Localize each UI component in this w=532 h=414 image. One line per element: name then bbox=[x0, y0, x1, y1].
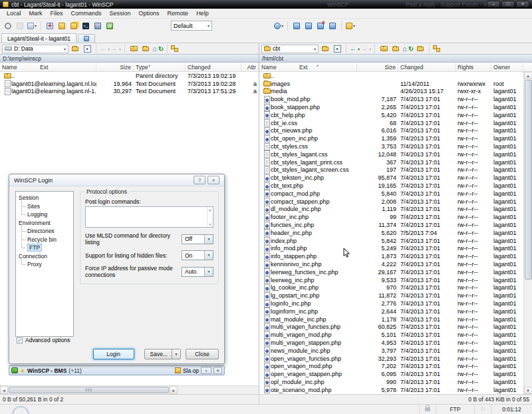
file-row[interactable]: functies_inc.php 11,374 7/4/2013 17:01 r… bbox=[259, 221, 523, 229]
menu-item[interactable]: Help bbox=[192, 10, 213, 17]
file-row[interactable]: loginform_inc.php 2,644 7/4/2013 17:01 r… bbox=[259, 308, 523, 315]
back-icon[interactable]: ← bbox=[350, 45, 356, 52]
option-dropdown[interactable]: On ▼ bbox=[182, 250, 213, 260]
exchange-icon[interactable]: ⇄ bbox=[104, 21, 115, 31]
tree-item[interactable]: Sites bbox=[19, 202, 73, 211]
file-row[interactable]: loginfo_inc.php 2,776 7/4/2013 17:01 rw-… bbox=[259, 300, 523, 308]
file-row[interactable]: ote_scenario_mod.php 5,978 7/4/2013 17:0… bbox=[259, 386, 523, 394]
file-row[interactable]: kennisnivo_inc.php 4,222 7/4/2013 17:01 … bbox=[259, 260, 523, 268]
transfer-settings-icon[interactable] bbox=[92, 21, 103, 31]
column-size[interactable]: Size bbox=[357, 63, 398, 71]
file-row[interactable]: lagant01@elearning.lagant.nl.log 19,964 … bbox=[0, 80, 259, 88]
file-row[interactable]: cbt_styles_lagant_screen.css 197 7/4/201… bbox=[259, 166, 523, 174]
save-password-button[interactable]: Sla op bbox=[183, 367, 199, 374]
transfer-package-icon[interactable]: ▾ bbox=[27, 21, 37, 31]
file-row[interactable]: multi_vragen_functies.php 60,825 7/4/201… bbox=[259, 323, 523, 331]
tree-item[interactable]: Session bbox=[19, 194, 73, 202]
transfer-settings-combo[interactable]: Default ▾ bbox=[171, 21, 212, 31]
file-row[interactable]: dl_module_inc.php 1,119 7/4/2013 17:01 r… bbox=[259, 206, 523, 214]
back-icon[interactable]: ← bbox=[100, 45, 106, 52]
reconnect-session-icon[interactable] bbox=[327, 21, 338, 31]
help-button[interactable]: ? bbox=[194, 176, 205, 184]
dialog-close-button[interactable]: × bbox=[207, 176, 219, 184]
open-directory-icon[interactable] bbox=[70, 44, 80, 54]
save-button[interactable]: Save...▼ bbox=[144, 349, 181, 359]
menu-item[interactable]: Mark bbox=[25, 10, 47, 17]
tree-item[interactable]: Logging bbox=[19, 210, 73, 219]
file-row[interactable]: cbt_styles.css 3,753 7/4/2013 17:01 rw-r… bbox=[259, 142, 523, 150]
file-row[interactable]: lg_opstart_inc.php 11,872 7/4/2013 17:01… bbox=[259, 292, 523, 300]
file-row[interactable]: .. Parent directory 7/3/2013 19:02:19 bbox=[0, 72, 259, 80]
file-row[interactable]: media 4/26/2013 15:17 rwxr-xr-x lagant01 bbox=[259, 88, 523, 96]
column-owner[interactable]: Owner bbox=[491, 63, 523, 71]
file-row[interactable]: cbt_open_inc.php 1,359 7/4/2013 17:01 rw… bbox=[259, 134, 523, 142]
tree-view-icon[interactable] bbox=[171, 45, 178, 52]
tree-item[interactable]: Recycle bin bbox=[19, 236, 73, 244]
file-row[interactable]: footer_inc.php 99 7/4/2013 17:01 rw-r--r… bbox=[259, 213, 523, 221]
file-row[interactable]: open_vragen_stappen.php 6,095 7/4/2013 1… bbox=[259, 370, 523, 378]
option-dropdown[interactable]: Auto ▼ bbox=[182, 267, 213, 277]
tab-active-session[interactable]: Lagant/Steal-it - lagant01 bbox=[1, 33, 76, 43]
file-row[interactable]: images 11/14/2011 rwxrwxrwx root bbox=[259, 80, 523, 88]
root-directory-icon[interactable] bbox=[140, 44, 151, 54]
menu-item[interactable]: Files bbox=[47, 10, 67, 17]
drive-combo[interactable]: D: Data ▾ bbox=[2, 45, 68, 53]
sync-browsing-icon[interactable]: ▾ bbox=[273, 21, 284, 31]
dismiss-button[interactable]: × bbox=[213, 367, 222, 374]
menu-item[interactable]: Session bbox=[106, 10, 135, 17]
forward-icon[interactable]: → bbox=[361, 45, 367, 52]
advanced-options-checkbox[interactable]: ✓ bbox=[17, 337, 23, 343]
file-row[interactable]: multi_vragen_stappen.php 4,953 7/4/2013 … bbox=[259, 339, 523, 347]
file-row[interactable]: mat_module_inc.php 1,178 7/4/2013 17:01 … bbox=[259, 315, 523, 323]
file-row[interactable]: compact_mod.php 5,840 7/4/2013 17:01 rw-… bbox=[259, 190, 523, 198]
column-name[interactable]: Name Ext ▲ bbox=[0, 63, 96, 71]
refresh-icon[interactable]: ↻ bbox=[158, 45, 164, 53]
remote-dir-combo[interactable]: cbt ▾ bbox=[261, 45, 319, 53]
post-login-commands-input[interactable]: ▲▼ bbox=[85, 206, 213, 228]
close-button[interactable]: × bbox=[516, 1, 529, 7]
menu-item[interactable]: Remote bbox=[164, 10, 193, 17]
file-row[interactable]: book_stappen.php 2,265 7/4/2013 17:01 rw… bbox=[259, 103, 523, 111]
parent-directory-icon[interactable] bbox=[378, 44, 389, 54]
compare-directories-icon[interactable] bbox=[68, 21, 79, 31]
menu-item[interactable]: Local bbox=[3, 10, 25, 17]
remote-path-bar[interactable]: /html/cbt bbox=[259, 54, 532, 63]
column-ext[interactable]: Ext bbox=[299, 64, 307, 71]
minimize-button[interactable]: – bbox=[487, 1, 500, 7]
menu-item[interactable]: Options bbox=[135, 10, 164, 17]
filter-icon[interactable]: ▼ bbox=[82, 44, 92, 54]
file-row[interactable]: cbt_styles_lagant_print.css 367 7/4/2013… bbox=[259, 158, 523, 166]
local-horizontal-scrollbar[interactable]: ◄ ⦀⦀⦀ ► bbox=[0, 385, 259, 394]
forward-icon[interactable]: → bbox=[111, 45, 117, 52]
undo-icon[interactable] bbox=[15, 21, 25, 31]
file-row[interactable]: opl_module_inc.php 990 7/4/2013 17:01 rw… bbox=[259, 378, 523, 386]
column-changed[interactable]: Changed bbox=[398, 63, 456, 71]
file-row[interactable]: cbt_help.php 5,420 7/4/2013 17:01 rw-r--… bbox=[259, 111, 523, 119]
column-name[interactable]: Name Ext ▲ bbox=[259, 63, 357, 71]
tree-item[interactable]: Environment bbox=[19, 219, 73, 228]
menu-item[interactable]: Commands bbox=[67, 10, 106, 17]
file-row[interactable]: cbt_ie.css 68 7/4/2013 17:01 rw-r--r-- l… bbox=[259, 119, 523, 127]
home-directory-icon[interactable]: ⌂ bbox=[402, 45, 407, 53]
new-session-icon[interactable] bbox=[291, 21, 302, 31]
column-rights[interactable]: Rights bbox=[456, 63, 491, 71]
tree-item[interactable]: Directories bbox=[19, 227, 73, 236]
file-row[interactable]: lagant01@elearning.lagant.nl-1.log 30,29… bbox=[0, 88, 259, 96]
file-row[interactable]: info_mod.php 5,249 7/4/2013 17:01 rw-r--… bbox=[259, 245, 523, 253]
root-directory-icon[interactable] bbox=[390, 44, 401, 54]
close-dialog-button[interactable]: Close bbox=[186, 349, 219, 359]
option-dropdown[interactable]: Off ▼ bbox=[182, 234, 213, 244]
file-row[interactable]: .. bbox=[259, 72, 523, 80]
column-attr[interactable]: Attr bbox=[241, 63, 259, 71]
remote-vertical-scrollbar[interactable]: ▲ ▼ bbox=[523, 72, 532, 394]
column-ext[interactable]: Ext bbox=[40, 64, 48, 71]
close-session-icon[interactable] bbox=[315, 21, 326, 31]
file-row[interactable]: header_inc.php 5,620 7/5/2013 7:04 rw-r-… bbox=[259, 229, 523, 237]
refresh-icon[interactable]: ↻ bbox=[408, 45, 414, 53]
file-row[interactable]: cbt_text.php 19,165 7/4/2013 17:01 rw-r-… bbox=[259, 182, 523, 190]
column-type[interactable]: Type bbox=[134, 63, 186, 71]
dialog-title-bar[interactable]: WinSCP Login ? × bbox=[9, 174, 224, 186]
file-row[interactable]: cbt_nieuws.php 6,016 7/4/2013 17:01 rw-r… bbox=[259, 127, 523, 135]
tree-item[interactable]: Proxy bbox=[19, 260, 73, 269]
parent-directory-icon[interactable] bbox=[128, 44, 139, 54]
